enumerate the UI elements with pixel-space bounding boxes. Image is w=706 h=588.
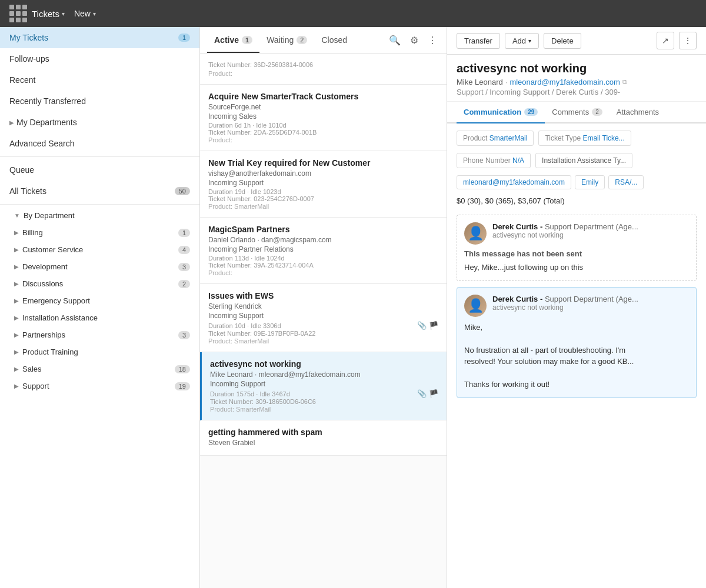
partnerships-badge: 3 (178, 331, 190, 339)
filter-button[interactable]: ⚙ (408, 32, 421, 48)
ticket-number-row: Ticket Number: 2DA-255D6D74-001B (208, 129, 438, 136)
sidebar-dept-emergency-support[interactable]: ▶ Emergency Support (0, 292, 199, 309)
ticket-title: Acquire New SmarterTrack Customers (208, 92, 438, 101)
sidebar-item-queue[interactable]: Queue (0, 159, 199, 181)
ticket-title: New Trial Key required for New Customer (208, 158, 438, 168)
ticket-product: Product: (208, 70, 438, 77)
ticket-sub: Steven Grabiel (208, 439, 438, 447)
msg-sender-name-2: Derek Curtis - Support Department (Age..… (492, 295, 689, 303)
more-button[interactable]: ⋮ (425, 32, 439, 48)
sidebar-item-all-tickets[interactable]: All Tickets 50 (0, 181, 199, 202)
my-tickets-badge: 1 (178, 34, 190, 42)
ticket-number-row: Ticket Number: 309-186500D6-06C6 (210, 398, 438, 405)
sidebar-item-advanced-search[interactable]: Advanced Search (0, 133, 199, 154)
external-link-button[interactable]: ↗ (657, 32, 674, 49)
search-button[interactable]: 🔍 (387, 32, 403, 48)
ticket-item-magicspam[interactable]: MagicSpam Partners Daniel Orlando · dan@… (200, 218, 447, 284)
comm-badge: 29 (524, 108, 538, 116)
ticket-item-new-trial[interactable]: New Trial Key required for New Customer … (200, 151, 447, 218)
app-title[interactable]: Tickets ▾ (32, 9, 65, 19)
tickets-list: Ticket Number: 36D-25603814-0006 Product… (200, 54, 447, 588)
new-button[interactable]: New ▾ (74, 9, 96, 18)
sidebar-item-by-department[interactable]: ▼ By Department (0, 207, 199, 224)
right-header: activesync not working Mike Leonard · ml… (447, 55, 706, 102)
msg-sender-info-1: Derek Curtis - Support Department (Age..… (492, 222, 689, 239)
contact-tag-emily[interactable]: Emily (575, 175, 605, 189)
sidebar-divider-1 (0, 156, 199, 157)
emergency-support-arrow: ▶ (14, 298, 19, 304)
my-departments-arrow: ▶ (9, 119, 14, 126)
installation-assistance-label: Installation Assistance (22, 313, 98, 322)
tab-waiting[interactable]: Waiting 2 (259, 28, 314, 53)
right-detail-tabs: Communication 29 Comments 2 Attachments (447, 102, 706, 123)
tab-active[interactable]: Active 1 (207, 28, 259, 53)
app-grid-icon[interactable] (9, 5, 27, 22)
development-label: Development (22, 262, 68, 271)
ticket-item-activesync[interactable]: activesync not working Mike Leonard · ml… (200, 352, 447, 420)
right-panel: Transfer Add ▾ Delete ↗ ⋮ activesync not… (447, 27, 706, 588)
sidebar-dept-support[interactable]: ▶ Support 19 (0, 377, 199, 395)
ticket-email-link[interactable]: mleonard@my1fakedomain.com (509, 78, 620, 86)
ticket-item-acquire[interactable]: Acquire New SmarterTrack Customers Sourc… (200, 85, 447, 151)
ticket-sub: Daniel Orlando · dan@magicspam.com (208, 236, 438, 244)
ticket-item-ews[interactable]: Issues with EWS Sterling Kendrick Incomi… (200, 284, 447, 352)
sidebar-dept-discussions[interactable]: ▶ Discussions 2 (0, 275, 199, 292)
right-tab-attachments[interactable]: Attachments (610, 102, 666, 123)
sidebar-dept-product-training[interactable]: ▶ Product Training (0, 343, 199, 360)
sidebar-item-followups[interactable]: Follow-ups (0, 48, 199, 69)
active-count: 1 (242, 36, 252, 44)
right-tab-comments[interactable]: Comments 2 (545, 102, 609, 123)
ticket-fields-row1: Product SmarterMail Ticket Type Email Ti… (457, 131, 697, 146)
ticket-dept: Incoming Support (210, 380, 438, 388)
ticket-title: MagicSpam Partners (208, 225, 438, 234)
sidebar-dept-development[interactable]: ▶ Development 3 (0, 258, 199, 275)
ticket-main-title: activesync not working (457, 62, 697, 75)
tab-closed[interactable]: Closed (314, 28, 354, 53)
ticket-product-row: Product: SmarterMail (208, 203, 438, 210)
sidebar-item-recently-transferred[interactable]: Recently Transferred (0, 91, 199, 112)
product-training-label: Product Training (22, 348, 78, 356)
app-title-chevron: ▾ (62, 11, 65, 17)
middle-panel: Active 1 Waiting 2 Closed 🔍 ⚙ ⋮ Ticket N… (200, 27, 447, 588)
sidebar-item-my-tickets[interactable]: My Tickets 1 (0, 27, 199, 48)
sidebar-dept-installation-assistance[interactable]: ▶ Installation Assistance (0, 309, 199, 326)
sidebar-dept-sales[interactable]: ▶ Sales 18 (0, 360, 199, 377)
ticket-number-row: Ticket Number: 39A-25423714-004A (208, 262, 438, 269)
ticket-item-spam[interactable]: getting hammered with spam Steven Grabie… (200, 420, 447, 456)
contact-tag-email[interactable]: mleonard@my1fakedomain.com (457, 175, 571, 189)
ticket-item-header[interactable]: Ticket Number: 36D-25603814-0006 Product… (200, 54, 447, 85)
right-tab-communication[interactable]: Communication 29 (457, 102, 545, 123)
delete-button[interactable]: Delete (544, 33, 581, 49)
sidebar-dept-partnerships[interactable]: ▶ Partnerships 3 (0, 326, 199, 343)
sidebar-item-recent[interactable]: Recent (0, 69, 199, 91)
emergency-support-label: Emergency Support (22, 296, 90, 305)
attachment-icon: 📎 (417, 321, 427, 330)
ticket-fields-row2: Phone Number N/A Installation Assistance… (457, 153, 697, 168)
add-button[interactable]: Add ▾ (505, 33, 539, 49)
msg-body-2: Mike,No frustration at all - part of tro… (464, 322, 689, 390)
msg-subject-1: activesync not working (492, 231, 689, 239)
msg-header-1: 👤 Derek Curtis - Support Department (Age… (464, 222, 689, 245)
field-phone: Phone Number N/A (457, 153, 531, 168)
development-badge: 3 (178, 263, 190, 271)
partnerships-arrow: ▶ (14, 332, 19, 338)
sidebar: My Tickets 1 Follow-ups Recent Recently … (0, 27, 200, 588)
sidebar-dept-billing[interactable]: ▶ Billing 1 (0, 224, 199, 241)
sidebar-dept-customer-service[interactable]: ▶ Customer Service 4 (0, 241, 199, 258)
discussions-label: Discussions (22, 279, 63, 288)
billing-label: Billing (22, 228, 43, 237)
flag-icon: 🏴 (429, 389, 438, 398)
transfer-button[interactable]: Transfer (457, 33, 500, 49)
customer-service-arrow: ▶ (14, 246, 19, 253)
meta-sep: · (505, 78, 508, 86)
message-card-1: 👤 Derek Curtis - Support Department (Age… (457, 215, 697, 281)
contact-tag-rsa[interactable]: RSA/... (608, 175, 644, 189)
product-training-arrow: ▶ (14, 349, 19, 355)
installation-assistance-arrow: ▶ (14, 315, 19, 321)
ticket-meta: Duration 113d · Idle 1024d (208, 255, 438, 262)
sidebar-item-my-departments[interactable]: ▶ My Departments (0, 112, 199, 133)
ticket-tabs-bar: Active 1 Waiting 2 Closed 🔍 ⚙ ⋮ (200, 27, 447, 54)
more-options-button[interactable]: ⋮ (679, 32, 697, 49)
billing-badge: 1 (178, 229, 190, 237)
discussions-arrow: ▶ (14, 280, 19, 287)
